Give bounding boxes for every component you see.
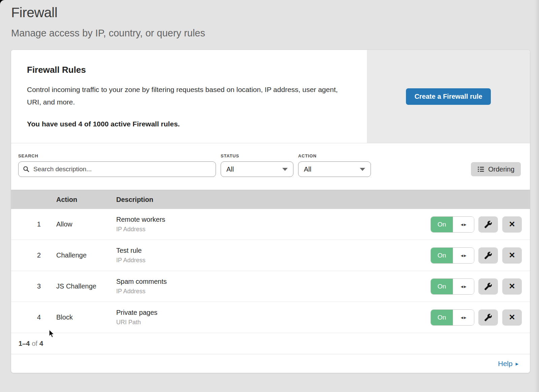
firewall-rules-card: Firewall Rules Control incoming traffic … (11, 50, 530, 373)
table-row: 2 Challenge Test rule IP Address On ◂▸ ✕ (11, 240, 530, 271)
pagination: 1–4 of 4 (11, 333, 530, 354)
pagination-range: 1–4 (19, 340, 30, 348)
delete-rule-button[interactable]: ✕ (502, 278, 522, 295)
rule-controls: On ◂▸ ✕ (431, 309, 530, 326)
wrench-icon (484, 282, 492, 291)
chevron-down-icon (282, 168, 288, 171)
create-firewall-rule-button[interactable]: Create a Firewall rule (406, 88, 490, 105)
usage-note: You have used 4 of 1000 active Firewall … (27, 120, 353, 128)
search-label: SEARCH (18, 153, 216, 158)
close-icon: ✕ (509, 282, 515, 291)
action-select[interactable]: All (298, 161, 371, 177)
rule-priority: 3 (11, 282, 41, 290)
rule-action-label: Challenge (56, 251, 116, 259)
table-header: Action Description (11, 190, 530, 209)
edit-rule-button[interactable] (478, 278, 498, 295)
action-label: ACTION (298, 153, 371, 158)
rule-priority: 1 (11, 220, 41, 228)
table-row: 3 JS Challenge Spam comments IP Address … (11, 271, 530, 302)
search-filter-group: SEARCH (18, 153, 216, 177)
rule-action-label: Allow (56, 220, 116, 228)
status-label: STATUS (221, 153, 293, 158)
delete-rule-button[interactable]: ✕ (502, 216, 522, 233)
rule-controls: On ◂▸ ✕ (431, 278, 530, 295)
help-link[interactable]: Help ▸ (498, 360, 518, 368)
column-description: Description (116, 196, 530, 204)
rule-action-label: JS Challenge (56, 282, 116, 290)
filters-bar: SEARCH STATUS All ACTION (11, 143, 530, 190)
rule-field: URI Path (116, 319, 431, 326)
card-description: Control incoming traffic to your zone by… (27, 83, 345, 109)
ordering-button[interactable]: Ordering (471, 162, 521, 176)
wrench-icon (484, 220, 492, 229)
rule-field: IP Address (116, 257, 431, 264)
page-subtitle: Manage access by IP, country, or query r… (11, 28, 539, 39)
rule-priority: 4 (11, 313, 41, 321)
close-icon: ✕ (509, 313, 515, 322)
toggle-on-label: On (431, 248, 453, 263)
status-filter-group: STATUS All (221, 153, 293, 177)
firewall-page: Firewall Manage access by IP, country, o… (0, 0, 539, 392)
column-action: Action (56, 196, 116, 204)
action-select-value: All (304, 165, 311, 173)
rule-enabled-toggle[interactable]: On ◂▸ (431, 216, 474, 233)
list-icon (477, 166, 484, 173)
delete-rule-button[interactable]: ✕ (502, 247, 522, 264)
rule-controls: On ◂▸ ✕ (431, 216, 530, 233)
rule-field: IP Address (116, 288, 431, 295)
toggle-arrows-icon: ◂▸ (453, 310, 474, 325)
rule-controls: On ◂▸ ✕ (431, 247, 530, 264)
rules-table-body: 1 Allow Remote workers IP Address On ◂▸ … (11, 209, 530, 333)
rule-description: Spam comments (116, 278, 431, 285)
toggle-on-label: On (431, 217, 453, 232)
edit-rule-button[interactable] (478, 247, 498, 264)
pagination-total: 4 (39, 340, 43, 348)
card-intro-text: Firewall Rules Control incoming traffic … (11, 50, 367, 143)
help-link-label: Help (498, 360, 512, 368)
table-row: 1 Allow Remote workers IP Address On ◂▸ … (11, 209, 530, 240)
arrow-right-icon: ▸ (515, 360, 518, 367)
edit-rule-button[interactable] (478, 309, 498, 326)
delete-rule-button[interactable]: ✕ (502, 309, 522, 326)
status-select-value: All (226, 165, 234, 173)
rule-description: Private pages (116, 309, 431, 316)
toggle-arrows-icon: ◂▸ (453, 217, 474, 232)
pagination-separator: of (32, 340, 37, 348)
rule-description: Test rule (116, 247, 431, 254)
close-icon: ✕ (509, 220, 515, 229)
toggle-on-label: On (431, 310, 453, 325)
page-title: Firewall (11, 5, 539, 21)
rule-field: IP Address (116, 226, 431, 233)
rule-description: Remote workers (116, 216, 431, 223)
rule-enabled-toggle[interactable]: On ◂▸ (431, 309, 474, 326)
rule-enabled-toggle[interactable]: On ◂▸ (431, 247, 474, 264)
rule-priority: 2 (11, 251, 41, 259)
page-header: Firewall Manage access by IP, country, o… (0, 0, 539, 39)
toggle-arrows-icon: ◂▸ (453, 279, 474, 294)
rule-enabled-toggle[interactable]: On ◂▸ (431, 278, 474, 295)
action-filter-group: ACTION All (298, 153, 371, 177)
card-heading: Firewall Rules (27, 65, 353, 75)
rule-action-label: Block (56, 313, 116, 321)
wrench-icon (484, 251, 492, 260)
card-intro-section: Firewall Rules Control incoming traffic … (11, 50, 530, 143)
search-input[interactable] (18, 161, 216, 177)
toggle-on-label: On (431, 279, 453, 294)
help-row: Help ▸ (11, 354, 530, 373)
edit-rule-button[interactable] (478, 216, 498, 233)
ordering-button-label: Ordering (488, 165, 514, 173)
table-row: 4 Block Private pages URI Path On ◂▸ ✕ (11, 302, 530, 333)
status-select[interactable]: All (221, 161, 293, 177)
toggle-arrows-icon: ◂▸ (453, 248, 474, 263)
search-box (18, 161, 216, 177)
chevron-down-icon (360, 168, 365, 171)
close-icon: ✕ (509, 251, 515, 260)
wrench-icon (484, 313, 492, 322)
card-action-panel: Create a Firewall rule (367, 50, 530, 143)
